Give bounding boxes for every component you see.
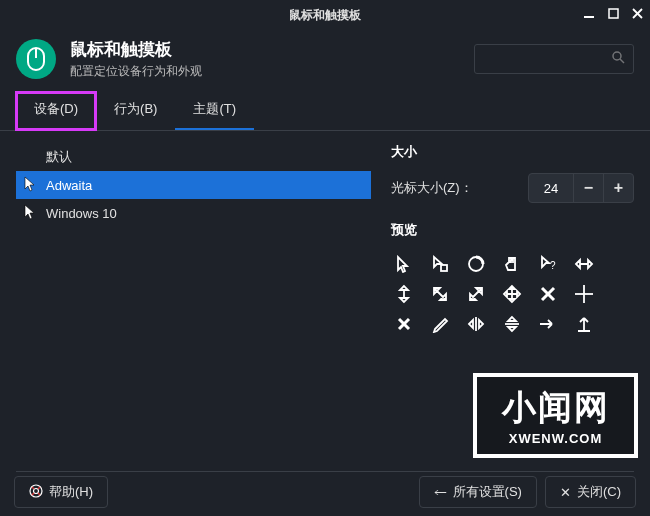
- close-label: 关闭(C): [577, 483, 621, 501]
- theme-label: Windows 10: [46, 206, 117, 221]
- cursor-context-icon: [427, 251, 453, 277]
- cursor-help-icon: ?: [535, 251, 561, 277]
- cursor-deny-icon: [391, 311, 417, 337]
- cursor-right-icon: [535, 311, 561, 337]
- cursor-resize-nw-icon: [427, 281, 453, 307]
- svg-point-19: [30, 485, 42, 497]
- page-title: 鼠标和触摸板: [70, 38, 474, 61]
- theme-item-adwaita[interactable]: Adwaita: [16, 171, 371, 199]
- page-subtitle: 配置定位设备行为和外观: [70, 63, 474, 80]
- theme-item-windows10[interactable]: Windows 10: [16, 199, 371, 227]
- svg-point-6: [613, 52, 621, 60]
- cursor-size-spinner[interactable]: 24 − +: [528, 173, 634, 203]
- cursor-resize-v-icon: [391, 281, 417, 307]
- cursor-busy-icon: [463, 251, 489, 277]
- search-input[interactable]: [474, 44, 634, 74]
- svg-rect-8: [441, 265, 447, 271]
- close-button[interactable]: [630, 6, 644, 20]
- cursor-default-icon: [391, 251, 417, 277]
- cursor-pointer-icon: [24, 176, 36, 195]
- theme-label: 默认: [46, 148, 72, 166]
- tabs: 设备(D) 行为(B) 主题(T): [0, 88, 650, 131]
- maximize-button[interactable]: [606, 6, 620, 20]
- decrement-button[interactable]: −: [573, 173, 603, 203]
- footer: 帮助(H) 🡐 所有设置(S) ✕ 关闭(C): [0, 468, 650, 516]
- lifebuoy-icon: [29, 484, 43, 501]
- all-settings-label: 所有设置(S): [453, 483, 522, 501]
- theme-list: 默认 Adwaita Windows 10: [16, 143, 371, 227]
- svg-text:?: ?: [550, 260, 556, 271]
- preview-heading: 预览: [391, 221, 634, 239]
- help-label: 帮助(H): [49, 483, 93, 501]
- watermark-sub: XWENW.COM: [509, 431, 603, 446]
- cursor-resize-h-icon: [571, 251, 597, 277]
- cursor-crosshair-icon: [571, 281, 597, 307]
- svg-rect-1: [609, 9, 618, 18]
- all-settings-button[interactable]: 🡐 所有设置(S): [419, 476, 537, 508]
- cursor-split-v-icon: [499, 311, 525, 337]
- minimize-button[interactable]: [582, 6, 596, 20]
- svg-point-20: [34, 488, 39, 493]
- mouse-icon: [16, 39, 56, 79]
- theme-list-panel: 默认 Adwaita Windows 10: [16, 131, 371, 471]
- cursor-pen-icon: [427, 311, 453, 337]
- increment-button[interactable]: +: [603, 173, 633, 203]
- help-button[interactable]: 帮助(H): [14, 476, 108, 508]
- close-footer-button[interactable]: ✕ 关闭(C): [545, 476, 636, 508]
- search-icon: [612, 51, 625, 67]
- tab-theme[interactable]: 主题(T): [175, 92, 254, 130]
- close-icon: ✕: [560, 485, 571, 500]
- window-controls: [582, 6, 644, 20]
- cursor-size-label: 光标大小(Z)：: [391, 179, 528, 197]
- arrow-left-icon: 🡐: [434, 485, 447, 500]
- header: 鼠标和触摸板 配置定位设备行为和外观: [0, 30, 650, 88]
- cursor-move-icon: [499, 281, 525, 307]
- cursor-pointer-icon: [24, 204, 36, 223]
- cursor-hand-icon: [499, 251, 525, 277]
- cursor-split-h-icon: [463, 311, 489, 337]
- cursor-preview-grid: ?: [391, 251, 634, 337]
- theme-item-default[interactable]: 默认: [16, 143, 371, 171]
- cursor-size-value: 24: [529, 181, 573, 196]
- cursor-no-icon: [535, 281, 561, 307]
- tab-behavior[interactable]: 行为(B): [96, 92, 175, 130]
- theme-label: Adwaita: [46, 178, 92, 193]
- cursor-resize-ne-icon: [463, 281, 489, 307]
- tab-device[interactable]: 设备(D): [16, 92, 96, 130]
- size-heading: 大小: [391, 143, 634, 161]
- svg-line-7: [620, 59, 624, 63]
- cursor-up-icon: [571, 311, 597, 337]
- watermark: 小闻网 XWENW.COM: [473, 373, 638, 458]
- window-title: 鼠标和触摸板: [289, 7, 361, 24]
- titlebar: 鼠标和触摸板: [0, 0, 650, 30]
- watermark-main: 小闻网: [502, 385, 610, 431]
